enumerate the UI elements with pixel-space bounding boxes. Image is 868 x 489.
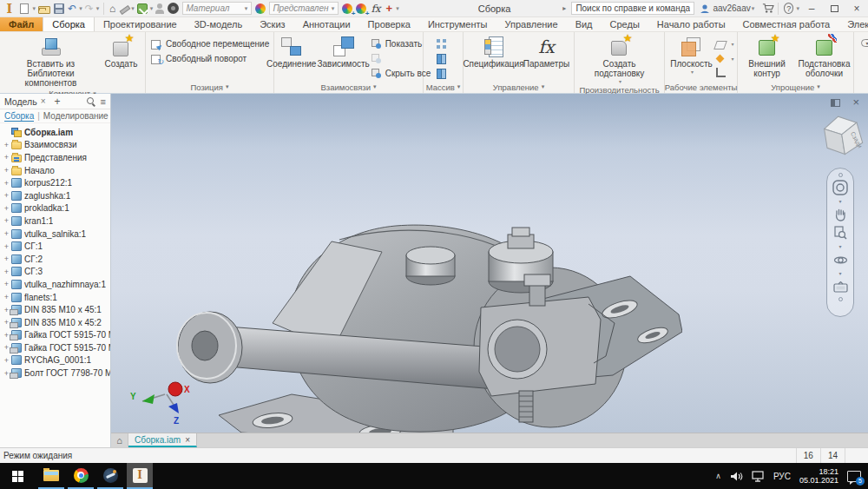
home-tab-icon[interactable]: ⌂ xyxy=(111,433,128,447)
user-account[interactable]: aav26aav ▾ xyxy=(700,3,755,14)
create-substitute-button[interactable]: Создать подстановку ▾ xyxy=(586,35,654,85)
update-icon[interactable] xyxy=(137,3,148,14)
restore-window-icon[interactable] xyxy=(831,99,840,107)
tree-item[interactable]: + DIN 835 M10 x 45:1 xyxy=(3,303,110,316)
copy-button[interactable] xyxy=(436,67,450,80)
tree-item[interactable]: + vtulka_nazhimnaya:1 xyxy=(3,278,110,291)
tree-item[interactable]: + СГ:1 xyxy=(3,240,110,253)
ribbon-tab[interactable]: Вид xyxy=(567,17,602,31)
viewcube[interactable]: Сзади xyxy=(816,109,866,162)
tree-item[interactable]: + Болт ГОСТ 7798-70 М8-6g: xyxy=(3,367,110,380)
visual-style-icon[interactable] xyxy=(168,3,179,14)
hide-all-button[interactable]: Скрыть все xyxy=(371,67,431,80)
group-label-relationships[interactable]: Взаимосвязи xyxy=(274,81,423,93)
sketch-icon[interactable] xyxy=(119,4,128,14)
navbar-options-top-icon[interactable] xyxy=(838,173,843,177)
work-point-dropdown-icon[interactable]: ▾ xyxy=(731,56,733,62)
ribbon-tab[interactable]: Совместная работа xyxy=(734,17,839,31)
work-plane-dropdown-icon[interactable]: ▾ xyxy=(691,69,694,75)
home-view-icon[interactable]: ⌂ xyxy=(109,3,115,15)
add-quick-access-icon[interactable]: + xyxy=(386,2,393,15)
ribbon-tab[interactable]: Управление xyxy=(496,17,566,31)
undo-dropdown-icon[interactable]: ▾ xyxy=(79,5,82,12)
tree-item[interactable]: + RYChAG_0001:1 xyxy=(3,354,110,367)
tree-expander[interactable]: + xyxy=(3,153,10,162)
ribbon-tab[interactable]: Аннотации xyxy=(294,17,359,31)
ribbon-tab[interactable]: Среды xyxy=(602,17,648,31)
tree-expander[interactable]: + xyxy=(3,204,10,213)
free-move-button[interactable]: Свободное перемещение xyxy=(151,37,269,50)
tree-item[interactable]: + СГ:2 xyxy=(3,253,110,266)
ribbon-tab[interactable]: Электромеханический проект xyxy=(838,17,868,31)
volume-icon[interactable] xyxy=(730,471,743,482)
notification-center-icon[interactable]: 5 xyxy=(847,471,861,482)
tree-item[interactable]: + СГ:3 xyxy=(3,266,110,279)
search-expand-icon[interactable]: ▸ xyxy=(562,4,566,12)
tree-item[interactable]: + korpus212:1 xyxy=(3,176,110,189)
group-label-pattern[interactable]: Массив xyxy=(424,81,463,93)
shrinkwrap-button[interactable]: Внешний контур xyxy=(739,35,796,79)
document-tab-active[interactable]: Сборка.iam × xyxy=(128,433,197,447)
tree-expander[interactable]: + xyxy=(3,268,10,276)
group-label-manage[interactable]: Управление xyxy=(464,81,574,93)
group-label-simplify[interactable]: Упрощение xyxy=(738,81,853,93)
help-icon[interactable]: ? xyxy=(784,3,794,14)
maximize-button[interactable] xyxy=(823,0,845,17)
taskbar-chrome[interactable] xyxy=(68,463,94,489)
orbit-dropdown-icon[interactable]: ▾ xyxy=(838,270,841,276)
look-at-icon[interactable] xyxy=(832,279,848,294)
tree-expander[interactable]: + xyxy=(3,179,10,188)
tree-expander[interactable]: + xyxy=(3,293,10,301)
user-dropdown-icon[interactable]: ▾ xyxy=(752,5,755,12)
qat-customize-icon[interactable]: ▾ xyxy=(396,5,399,12)
color-wheel-icon[interactable] xyxy=(255,3,266,14)
open-file-icon[interactable] xyxy=(38,6,50,14)
joint-button[interactable]: Соединение xyxy=(266,35,317,69)
tree-expander[interactable]: + xyxy=(3,141,10,149)
ribbon-tab[interactable]: Файл xyxy=(0,17,43,31)
language-indicator[interactable]: РУС xyxy=(773,472,791,481)
tree-item[interactable]: + kran1:1 xyxy=(3,215,110,228)
appearance-combo[interactable]: Представлен ▾ xyxy=(269,2,339,15)
ribbon-tab[interactable]: Проверка xyxy=(359,17,419,31)
tree-expander[interactable]: + xyxy=(3,254,10,263)
new-file-icon[interactable] xyxy=(20,3,29,14)
adjust-color-icon[interactable] xyxy=(342,3,352,14)
free-rotate-button[interactable]: Свободный поворот xyxy=(151,52,269,65)
tree-expander[interactable]: + xyxy=(3,166,10,175)
shell-substitute-button[interactable]: Подстановка оболочки xyxy=(796,35,853,79)
work-axis-button[interactable]: ▾ xyxy=(714,37,733,50)
close-button[interactable]: × xyxy=(845,0,868,17)
taskbar-inventor[interactable]: I xyxy=(127,463,153,489)
taskbar-explorer[interactable] xyxy=(38,463,64,489)
undo-icon[interactable]: ↶ xyxy=(68,3,76,15)
show-constraints-button[interactable]: Показать xyxy=(371,37,431,50)
help-search-input[interactable] xyxy=(571,2,694,15)
pattern-button[interactable] xyxy=(436,37,450,50)
browser-tab-model[interactable]: Модель × xyxy=(3,96,48,107)
ribbon-tab[interactable]: Сборка xyxy=(43,17,95,31)
taskbar-clock[interactable]: 18:21 05.01.2021 xyxy=(799,467,838,485)
help-dropdown-icon[interactable]: ▾ xyxy=(796,5,799,12)
tree-expander[interactable]: + xyxy=(3,229,10,238)
full-navigation-wheel-icon[interactable] xyxy=(832,180,848,195)
ribbon-tab[interactable]: Начало работы xyxy=(648,17,734,31)
orbit-icon[interactable] xyxy=(832,252,848,268)
mode-modeling[interactable]: Моделирование xyxy=(43,111,108,121)
ribbon-tab[interactable]: 3D-модель xyxy=(186,17,251,31)
minimize-button[interactable]: – xyxy=(800,0,823,17)
mirror-button[interactable] xyxy=(436,52,450,65)
3d-viewport[interactable]: × Сзади ▾ xyxy=(111,94,868,433)
browser-tab-close-icon[interactable]: × xyxy=(41,96,46,106)
sketch-dropdown-icon[interactable]: ▾ xyxy=(131,5,135,12)
material-combo-arrow-icon[interactable]: ▾ xyxy=(245,5,248,12)
tree-item[interactable]: Сборка.iam xyxy=(3,126,110,139)
tree-expander[interactable]: + xyxy=(3,191,10,200)
browser-menu-icon[interactable]: ≡ xyxy=(101,96,106,107)
clear-appearance-icon[interactable] xyxy=(356,3,366,14)
ribbon-tab[interactable]: Инструменты xyxy=(419,17,496,31)
tray-expand-icon[interactable]: ∧ xyxy=(715,472,721,480)
parameters-icon[interactable]: fx xyxy=(371,3,380,15)
ribbon-tab[interactable]: Эскиз xyxy=(251,17,293,31)
group-label-position[interactable]: Позиция xyxy=(146,81,273,93)
